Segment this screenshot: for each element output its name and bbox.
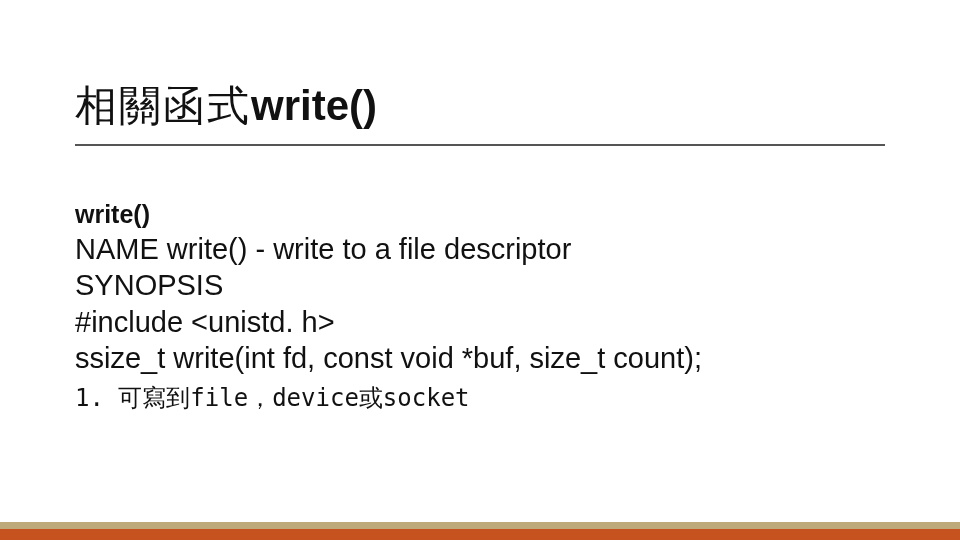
title-prefix: 相關函式 <box>75 83 251 129</box>
title-area: 相關函式write() <box>75 78 885 146</box>
function-heading: write() <box>75 200 885 229</box>
man-prototype-line: ssize_t write(int fd, const void *buf, s… <box>75 340 885 376</box>
man-name-line: NAME write() - write to a file descripto… <box>75 231 885 267</box>
footer-bar <box>0 522 960 540</box>
footer-bar-bottom <box>0 529 960 540</box>
note-line: 1. 可寫到file，device或socket <box>75 382 885 414</box>
slide: 相關函式write() write() NAME write() - write… <box>0 0 960 540</box>
title-underline <box>75 144 885 146</box>
title-fn: write() <box>251 82 377 129</box>
page-title: 相關函式write() <box>75 78 885 134</box>
man-synopsis-line: SYNOPSIS <box>75 267 885 303</box>
body: write() NAME write() - write to a file d… <box>75 200 885 414</box>
man-include-line: #include <unistd. h> <box>75 304 885 340</box>
footer-bar-top <box>0 522 960 529</box>
